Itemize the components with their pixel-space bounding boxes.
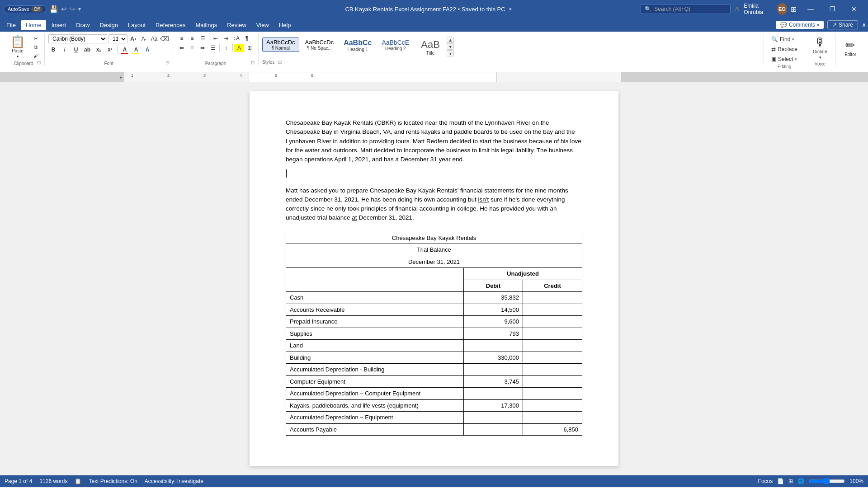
font-dialog-button[interactable]: ⊡: [165, 60, 169, 65]
strikethrough-button[interactable]: ab: [82, 45, 92, 55]
style-h2-label: Heading 2: [382, 46, 409, 51]
undo-icon[interactable]: ↩: [61, 5, 67, 13]
sort-button[interactable]: ↕A: [231, 34, 241, 42]
numbering-button[interactable]: ≡: [187, 34, 197, 42]
unadjusted-header: Unadjusted: [464, 268, 582, 280]
font-name-select[interactable]: Calibri (Body): [48, 34, 107, 43]
style-title[interactable]: AaB Title: [415, 38, 446, 57]
subscript-button[interactable]: X₂: [94, 45, 104, 55]
style-no-space[interactable]: AaBbCcDc ¶ No Spac...: [301, 38, 338, 52]
account-cell: Accumulated Depreciation – Equipment: [286, 412, 464, 424]
ribbon-collapse-icon[interactable]: ∧: [862, 21, 866, 28]
align-left-button[interactable]: ⬅: [177, 44, 187, 52]
share-button[interactable]: ↗ Share: [827, 20, 858, 29]
increase-font-button[interactable]: A+: [129, 34, 138, 43]
redo-icon[interactable]: ↪: [70, 5, 75, 13]
find-button[interactable]: 🔍 Find ▾: [768, 35, 801, 43]
font-size-select[interactable]: 11: [108, 34, 127, 43]
shading-button[interactable]: A: [234, 44, 244, 52]
styles-dialog-button[interactable]: ⊡: [278, 60, 282, 65]
document-title: CB Kayak Rentals Excel Assignment FA22 •…: [345, 6, 505, 13]
menu-references[interactable]: References: [151, 20, 190, 30]
menu-draw[interactable]: Draw: [71, 20, 94, 30]
read-mode-icon[interactable]: 📄: [777, 478, 784, 484]
format-painter-button[interactable]: 🖌: [31, 52, 41, 60]
cut-button[interactable]: ✂: [31, 34, 41, 42]
show-marks-button[interactable]: ¶: [242, 34, 252, 42]
isnt-text: isn't: [478, 196, 489, 203]
styles-scroll-up[interactable]: ▲: [447, 37, 454, 43]
style-normal[interactable]: AaBbCcDc ¶ Normal: [262, 38, 299, 52]
align-right-button[interactable]: ➡: [198, 44, 208, 52]
replace-button[interactable]: ⇄ Replace: [768, 45, 801, 53]
word-count: 1126 words: [39, 478, 67, 484]
superscript-button[interactable]: X²: [105, 45, 115, 55]
para-dialog-button[interactable]: ⊡: [251, 60, 255, 65]
dictate-button[interactable]: 🎙 Dictate ▾: [809, 35, 831, 61]
autosave-badge[interactable]: AutoSave Off: [4, 5, 47, 13]
menu-design[interactable]: Design: [95, 20, 123, 30]
align-center-button[interactable]: ≡: [187, 44, 197, 52]
menu-view[interactable]: View: [252, 20, 274, 30]
styles-expand[interactable]: ▾: [447, 50, 454, 56]
style-heading2[interactable]: AaBbCcE Heading 2: [377, 38, 413, 52]
web-layout-icon[interactable]: 🌐: [797, 478, 804, 484]
search-box[interactable]: 🔍: [641, 4, 731, 14]
highlight-indicator: [132, 53, 139, 54]
print-layout-icon[interactable]: ⊞: [788, 478, 793, 484]
debit-cell: 14,500: [464, 304, 523, 316]
account-cell: Accumulated Depreciation - Building: [286, 364, 464, 376]
minimize-button[interactable]: —: [800, 2, 821, 16]
highlight-button[interactable]: A: [131, 45, 141, 55]
menu-layout[interactable]: Layout: [123, 20, 150, 30]
select-button[interactable]: ▣ Select ▾: [768, 55, 801, 63]
menu-home[interactable]: Home: [21, 20, 46, 30]
menu-help[interactable]: Help: [274, 20, 296, 30]
change-case-button[interactable]: Aa: [150, 34, 159, 43]
focus-button[interactable]: Focus: [758, 478, 773, 484]
restore-button[interactable]: ❐: [822, 2, 843, 16]
save-icon[interactable]: 💾: [49, 5, 58, 14]
customize-icon[interactable]: ▾: [78, 6, 81, 12]
menu-file[interactable]: File: [2, 20, 20, 30]
decrease-indent-button[interactable]: ⇤: [211, 34, 221, 42]
bullets-button[interactable]: ≡: [177, 34, 187, 42]
borders-button[interactable]: ⊞: [245, 44, 255, 52]
autosave-toggle[interactable]: Off: [31, 6, 42, 12]
editor-button[interactable]: ✏ Editor: [839, 35, 862, 61]
justify-button[interactable]: ☰: [208, 44, 218, 52]
paste-icon: 📋: [10, 36, 25, 47]
layout-icon[interactable]: ⊞: [791, 5, 797, 14]
multilevel-button[interactable]: ☰: [198, 34, 208, 42]
table-row: Accounts Receivable14,500: [286, 304, 582, 316]
proofing-icon[interactable]: 📋: [75, 478, 81, 484]
line-spacing-button[interactable]: ↕: [221, 44, 231, 52]
text-effects-button[interactable]: A: [142, 45, 152, 55]
font-color-button[interactable]: A: [120, 45, 130, 55]
menu-insert[interactable]: Insert: [47, 20, 71, 30]
paste-button[interactable]: 📋 Paste ▾: [6, 34, 29, 60]
style-heading1[interactable]: AaBbCc Heading 1: [340, 38, 376, 53]
close-button[interactable]: ✕: [844, 2, 864, 16]
page-info: Page 1 of 4: [5, 478, 32, 484]
styles-scroll-down[interactable]: ▼: [447, 43, 454, 50]
menu-mailings[interactable]: Mailings: [191, 20, 222, 30]
dropdown-icon[interactable]: ▾: [509, 6, 512, 12]
increase-indent-button[interactable]: ⇥: [221, 34, 231, 42]
search-input[interactable]: [654, 6, 726, 12]
cursor-line[interactable]: [286, 169, 287, 178]
comments-button[interactable]: 💬 Comments ▾: [776, 21, 824, 29]
menu-review[interactable]: Review: [222, 20, 251, 30]
underline-button[interactable]: U: [71, 45, 81, 55]
doc-area[interactable]: Chesapeake Bay Kayak Rentals (CBKR) is l…: [0, 82, 868, 475]
user-area[interactable]: Emilia Onrubia EO: [744, 3, 787, 15]
clipboard-dialog-button[interactable]: ⊡: [37, 60, 41, 65]
decrease-font-button[interactable]: A-: [139, 34, 148, 43]
italic-button[interactable]: I: [60, 45, 70, 55]
copy-button[interactable]: ⧉: [31, 43, 41, 51]
bold-button[interactable]: B: [48, 45, 58, 55]
zoom-slider[interactable]: [809, 478, 845, 485]
clear-format-button[interactable]: ⌫: [160, 34, 169, 43]
table-row: Cash35,832: [286, 292, 582, 304]
replace-icon: ⇄: [771, 46, 776, 52]
